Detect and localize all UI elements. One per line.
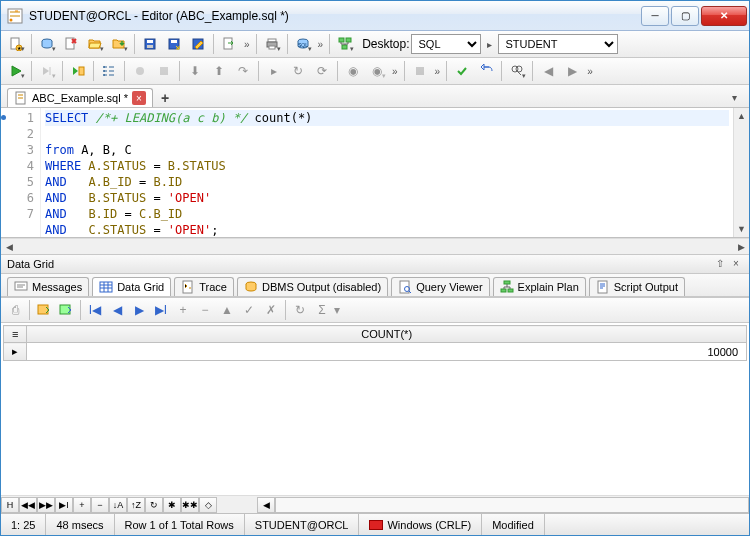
exec-more-2[interactable] [433,66,443,77]
save-button[interactable] [139,33,161,55]
grid-corner[interactable]: ≡ [4,326,27,343]
add-tab-button[interactable]: + [157,90,173,106]
close-panel-button[interactable]: × [729,257,743,271]
svg-rect-39 [501,289,506,292]
grid-first[interactable]: H [1,497,19,513]
grid-plus[interactable]: + [73,497,91,513]
sql-button[interactable]: SQL [292,33,314,55]
tab-script[interactable]: Script Output [589,277,685,296]
grid-clear[interactable]: ◇ [199,497,217,513]
svg-point-30 [516,66,522,72]
grid-minus[interactable]: − [91,497,109,513]
nav-export1[interactable] [34,300,54,320]
svg-rect-34 [183,281,192,293]
nav-next[interactable]: ▶ [129,300,149,320]
tab-trace[interactable]: Trace [174,277,234,296]
svg-rect-41 [598,281,607,293]
saveas-button[interactable] [163,33,185,55]
svg-point-26 [136,67,144,75]
maximize-button[interactable]: ▢ [671,6,699,26]
nav-first[interactable]: I◀ [85,300,105,320]
nav-last[interactable]: ▶I [151,300,171,320]
desktop-combo[interactable]: SQL [411,34,481,54]
editor-hscroll[interactable]: ◀ ▶ [1,238,749,254]
nav-prev[interactable]: ◀ [107,300,127,320]
new-button[interactable]: ★ [5,33,27,55]
tab-queryviewer[interactable]: Query Viewer [391,277,489,296]
grid-nav-bar: H ◀◀ ▶▶ ▶I + − ↓A ↑Z ↻ ✱ ✱✱ ◇ ◀ [1,495,749,513]
datagrid-title: Data Grid [7,258,54,270]
export-button[interactable] [218,33,240,55]
find-button[interactable] [506,60,528,82]
schema-button[interactable] [334,33,356,55]
print-button[interactable] [261,33,283,55]
grid-last[interactable]: ▶I [55,497,73,513]
hscroll-left[interactable]: ◀ [1,242,17,252]
toolbar-exec: ⬇ ⬆ ↷ ▸ ↻ ⟳ ◉ ◉ ◀ ▶ [1,58,749,85]
grid-bookmark2[interactable]: ✱✱ [181,497,199,513]
grid-sort[interactable]: ↓A [109,497,127,513]
clear-button[interactable] [60,33,82,55]
col-header[interactable]: COUNT(*) [27,326,747,343]
cell-value[interactable]: 10000 [27,343,747,361]
nav-sum: Σ [312,300,332,320]
file-tab-close[interactable]: × [132,91,146,105]
execute-button[interactable] [5,60,27,82]
editor-vscroll[interactable]: ▲ ▼ [733,108,749,237]
hscroll-right[interactable]: ▶ [733,242,749,252]
debug-5: ↷ [232,60,254,82]
tab-messages[interactable]: Messages [7,277,89,296]
connection-combo[interactable]: STUDENT [498,34,618,54]
svg-point-24 [103,70,105,72]
outline-button[interactable] [98,60,120,82]
grid-prevpage[interactable]: ◀◀ [19,497,37,513]
row-indicator[interactable]: ▸ [4,343,27,361]
pin-button[interactable]: ⇧ [713,257,727,271]
sql-recall-button[interactable] [36,33,58,55]
scroll-down[interactable]: ▼ [734,221,749,237]
nav-export2[interactable] [56,300,76,320]
svg-rect-38 [504,281,510,284]
rollback-button[interactable] [475,60,497,82]
result-grid[interactable]: ≡COUNT(*) ▸10000 [3,325,747,361]
grid-sort2[interactable]: ↑Z [127,497,145,513]
open-button[interactable] [84,33,106,55]
svg-point-23 [103,66,105,68]
execute-explain-button[interactable] [67,60,89,82]
nav-back-button: ◀ [537,60,559,82]
grid-bookmark[interactable]: ✱ [163,497,181,513]
tab-dbms[interactable]: DBMS Output (disabled) [237,277,388,296]
load-button[interactable] [108,33,130,55]
svg-text:SQL: SQL [298,42,308,48]
cancel-exec-button [409,60,431,82]
toolbar-main: ★ SQL Desktop: SQL STUDENT [1,31,749,58]
debug-6: ▸ [263,60,285,82]
tab-list-button[interactable]: ▾ [732,92,743,103]
toolbar-more-1[interactable] [242,39,252,50]
tab-datagrid[interactable]: Data Grid [92,277,171,296]
svg-point-1 [10,18,13,21]
file-tab-active[interactable]: ABC_Example.sql * × [7,88,153,107]
tab-explain[interactable]: Explain Plan [493,277,586,296]
grid-nextpage[interactable]: ▶▶ [37,497,55,513]
minimize-button[interactable]: ─ [641,6,669,26]
debug-8: ⟳ [311,60,333,82]
nav-post: ✓ [239,300,259,320]
svg-rect-28 [416,67,424,75]
status-mod: Modified [482,514,545,535]
toolbar-more-2[interactable] [316,39,326,50]
grid-hscroll-left[interactable]: ◀ [257,497,275,513]
close-button[interactable]: ✕ [701,6,747,26]
svg-rect-27 [160,67,168,75]
grid-filter[interactable]: ↻ [145,497,163,513]
desktop-more[interactable] [485,39,494,50]
scroll-up[interactable]: ▲ [734,108,749,124]
exec-more-3[interactable] [585,66,595,77]
edit-button[interactable] [187,33,209,55]
execute-script-button[interactable] [36,60,58,82]
code-editor[interactable]: 1234567 SELECT /*+ LEADING(a c b) */ cou… [1,108,749,238]
file-tabs: ABC_Example.sql * × + ▾ [1,85,749,108]
exec-more-1[interactable] [390,66,400,77]
nav-refresh: ↻ [290,300,310,320]
commit-button[interactable] [451,60,473,82]
